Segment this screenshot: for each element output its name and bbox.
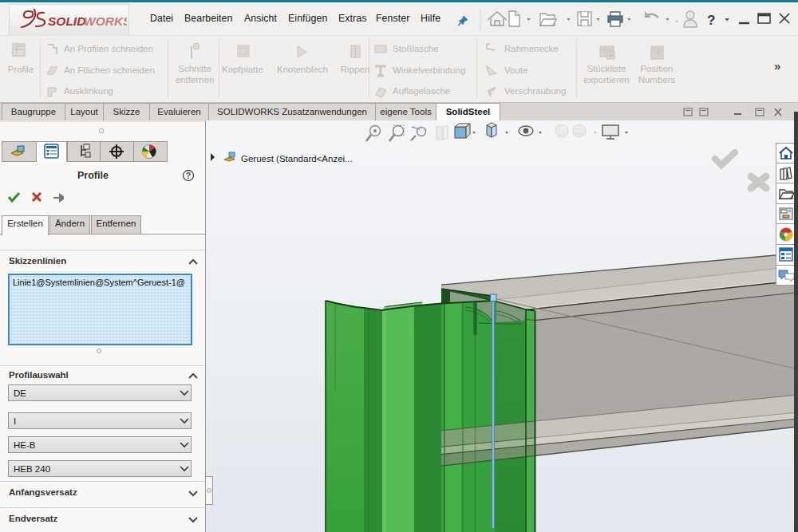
svg-text:?: ? xyxy=(707,13,715,28)
svg-text:?: ? xyxy=(186,171,191,180)
svg-text:Geruest (Standard<Anzei...: Geruest (Standard<Anzei... xyxy=(241,154,353,164)
svg-text:SOLID: SOLID xyxy=(48,14,85,28)
svg-text:WORKS: WORKS xyxy=(84,14,127,28)
